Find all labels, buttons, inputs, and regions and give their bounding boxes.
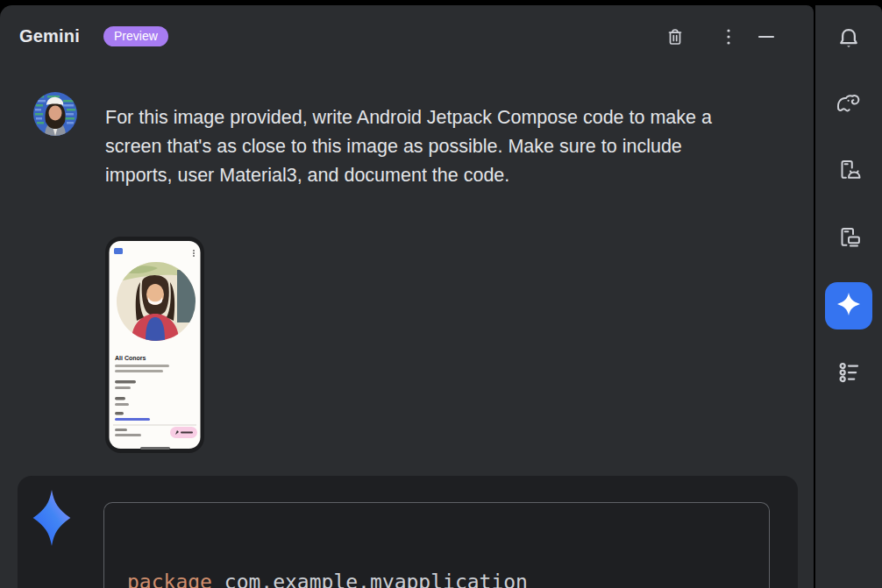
tool-window-stripe	[815, 5, 882, 588]
preview-badge: Preview	[103, 26, 168, 46]
gradle-elephant-icon	[835, 89, 863, 119]
delete-chat-button[interactable]	[661, 25, 689, 53]
minimize-icon	[753, 26, 779, 51]
gemini-tool-window: Gemini Preview	[0, 0, 882, 588]
gemini-star-icon	[835, 290, 863, 322]
more-vertical-icon	[718, 26, 739, 51]
user-message-text: For this image provided, write Android J…	[105, 103, 732, 190]
nav-menu-icon	[114, 248, 123, 254]
chat-panel: Gemini Preview	[0, 5, 814, 588]
bell-icon	[836, 25, 862, 55]
sidebar-item-gemini[interactable]	[825, 282, 872, 329]
more-options-button[interactable]	[715, 25, 743, 53]
sidebar-item-notifications[interactable]	[815, 19, 882, 61]
profile-name: Ali Conors	[115, 355, 146, 361]
trash-icon	[665, 26, 686, 51]
profile-photo	[117, 262, 196, 341]
gemini-spark-icon	[32, 490, 72, 549]
sidebar-item-gradle[interactable]	[815, 83, 882, 125]
attached-image[interactable]: Ali Conors	[105, 237, 204, 453]
running-devices-icon	[836, 224, 862, 254]
panel-title: Gemini	[19, 26, 80, 46]
sidebar-item-running-devices[interactable]	[815, 218, 882, 260]
sidebar-item-structure[interactable]	[815, 353, 882, 395]
bulleted-list-icon	[836, 359, 862, 389]
code-text: com.example.myapplication	[212, 570, 528, 588]
sidebar-item-device-manager[interactable]	[815, 151, 882, 193]
code-content: package com.example.myapplication import…	[127, 519, 613, 588]
device-manager-icon	[836, 157, 862, 187]
code-block[interactable]: package com.example.myapplication import…	[103, 502, 770, 588]
home-indicator	[140, 447, 170, 450]
user-avatar	[33, 92, 77, 136]
code-keyword: package	[127, 570, 212, 588]
hide-panel-button[interactable]	[752, 25, 780, 53]
assistant-response: package com.example.myapplication import…	[18, 476, 798, 588]
edit-profile-button	[170, 427, 197, 438]
